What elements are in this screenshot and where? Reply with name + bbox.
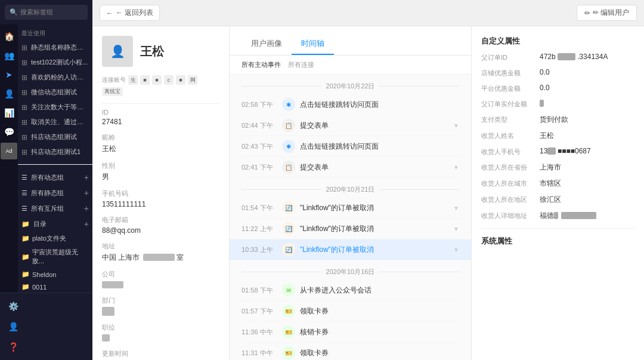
back-arrow-icon: ←	[106, 9, 113, 17]
settings-icon[interactable]: ⚙️	[5, 298, 21, 315]
timeline-item[interactable]: 11:36 中午 🎫 核销卡券	[242, 322, 459, 343]
company-blur: ■■ ■■■	[102, 281, 123, 288]
offline-badge: 离线宝	[102, 87, 123, 96]
sidebar-item-cancel[interactable]: ⊞取消关注、通过扫...	[18, 115, 92, 130]
sidebar-menu: 最近使用 ⊞静态组名称静态组... ⊞test1022测试小程... ⊞喜欢奶粉…	[18, 24, 92, 293]
prop-val: 上海市	[540, 162, 634, 173]
timeline-item[interactable]: 11:22 上午 🔄 "Linkflow"的订单被取消 ▼	[242, 219, 459, 239]
sidebar-item-test[interactable]: ⊞test1022测试小程...	[18, 55, 92, 70]
sidebar-all-static[interactable]: ☰所有静态组+	[18, 185, 92, 201]
profile-icon[interactable]: 👤	[5, 318, 21, 335]
sidebar-item-follow[interactable]: ⊞关注次数大于等于1...	[18, 100, 92, 115]
sidebar-folder-universe[interactable]: 📁宇宙洪荒超级无敌...	[18, 245, 92, 268]
nav-arrow[interactable]: ➤	[1, 66, 17, 83]
gender-value: 男	[102, 172, 219, 182]
nav-ad[interactable]: Ad	[1, 143, 17, 159]
prop-key: 收货人姓名	[481, 131, 535, 140]
sub-tab-connect[interactable]: 所有连接	[288, 60, 314, 69]
tab-profile[interactable]: 用户画像	[242, 33, 292, 55]
sub-tab-bar: 所有主动事件 所有连接	[230, 56, 471, 75]
nav-chart[interactable]: 📊	[1, 104, 17, 121]
dept-value: ■ 官	[102, 307, 219, 316]
dept-label: 部门	[102, 296, 219, 305]
nickname-label: 昵称	[102, 133, 219, 142]
sidebar-folder-sheldon[interactable]: 📁Sheldon	[18, 268, 92, 281]
sidebar-item-douyin2[interactable]: ⊞抖店动态组测试1	[18, 144, 92, 159]
help-icon[interactable]: ❓	[5, 339, 21, 355]
date-label-3: 2020年10月16日	[326, 267, 375, 276]
nav-home[interactable]: 🏠	[1, 28, 17, 45]
system-props-title: 系统属性	[481, 236, 634, 247]
prop-key: 父订单ID	[481, 53, 535, 62]
prop-row-province: 收货人所在省份 上海市	[481, 162, 634, 173]
expand-icon: ▼	[453, 164, 459, 171]
timeline-item[interactable]: 02:41 下午 📋 提交表单 ▼	[242, 157, 459, 178]
timeline-item[interactable]: 11:31 中午 🎫 领取卡券	[242, 343, 459, 360]
connect-icon-1: 生	[128, 75, 138, 85]
sidebar-item-static1[interactable]: ⊞静态组名称静态组...	[18, 40, 92, 55]
gender-label: 性别	[102, 161, 219, 170]
timeline-item[interactable]: 02:43 下午 ✱ 点击短链接跳转访问页面	[242, 136, 459, 157]
expand-icon: ▼	[453, 247, 459, 253]
connect-icon-6: 网	[188, 75, 197, 85]
timeline-item[interactable]: 01:57 下午 🎫 领取卡券	[242, 301, 459, 322]
user-profile-panel: 👤 王松 连接账号 生 ■ ■ c ■ 网 离线宝 ID 27481 昵称 王松	[92, 26, 230, 360]
prop-row-receiver-phone: 收货人手机号 13■■ ■■■■0687	[481, 147, 634, 156]
company-label: 公司	[102, 270, 219, 279]
nav-message[interactable]: 💬	[1, 124, 17, 140]
phone-label: 手机号码	[102, 189, 219, 198]
sidebar-item-douyin1[interactable]: ⊞抖店动态组测试	[18, 130, 92, 144]
search-bar[interactable]: 🔍 搜索标签组	[5, 5, 88, 20]
tab-timeline[interactable]: 时间轴	[292, 33, 334, 55]
timeline-item-highlighted[interactable]: 10:33 上午 🔄 "Linkflow"的订单被取消 ▼	[230, 239, 471, 260]
prop-row-district: 收货人所在地区 徐汇区	[481, 195, 634, 205]
prop-key: 收货人详细地址	[481, 211, 535, 220]
sidebar-item-milk[interactable]: ⊞喜欢奶粉的人访问昵...	[18, 70, 92, 85]
event-icon: ✱	[282, 98, 295, 111]
right-panel: 自定义属性 父订单ID 472b ■■ ■■ .334134A 店铺优惠金额 0…	[471, 26, 644, 360]
prop-row-shop-discount: 店铺优惠金额 0.0	[481, 68, 634, 78]
email-value: 88@qq.com	[102, 226, 219, 235]
address-blur: ■■■■■■■■	[143, 254, 175, 261]
prop-val: 472b ■■ ■■ .334134A	[540, 53, 634, 61]
prop-val: 0.0	[540, 84, 634, 92]
avatar: 👤	[102, 36, 133, 67]
prop-key: 收货人手机号	[481, 147, 535, 156]
sidebar-all-dynamic[interactable]: ☰所有动态组+	[18, 170, 92, 185]
nav-users[interactable]: 👥	[1, 47, 17, 64]
field-position: 职位 ■■	[102, 323, 219, 342]
sidebar-folder-plato[interactable]: 📁plato文件夹	[18, 232, 92, 245]
date-divider-3: 2020年10月16日	[242, 260, 459, 280]
sub-tab-events[interactable]: 所有主动事件	[242, 60, 281, 69]
prop-key: 收货人所在地区	[481, 195, 535, 204]
company-value: ■■ ■■■	[102, 281, 219, 289]
connect-label: 连接账号	[102, 76, 126, 84]
field-dept: 部门 ■ 官	[102, 296, 219, 316]
prop-key: 收货人所在省份	[481, 162, 535, 172]
date-label-1: 2020年10月22日	[326, 82, 375, 91]
sidebar-folder-0011[interactable]: 📁0011	[18, 281, 92, 293]
field-email: 电子邮箱 88@qq.com	[102, 216, 219, 235]
user-name: 王松	[140, 44, 164, 60]
prop-key: 店铺优惠金额	[481, 68, 535, 78]
date-divider-2: 2020年10月21日	[242, 178, 459, 198]
event-icon: 📋	[282, 161, 295, 174]
prop-key: 平台优惠金额	[481, 84, 535, 93]
sidebar: 🔍 搜索标签组 🏠 👥 ➤ 👤 📊 💬 Ad 最近使用 ⊞静态组名称静态组...…	[0, 0, 92, 360]
back-button[interactable]: ← ← 返回列表	[100, 5, 160, 21]
timeline-item[interactable]: 01:54 下午 🔄 "Linkflow"的订单被取消 ▼	[242, 198, 459, 219]
timeline-item[interactable]: 02:58 下午 ✱ 点击短链接跳转访问页面	[242, 94, 459, 115]
sidebar-all-mutex[interactable]: ☰所有互斥组+	[18, 201, 92, 216]
timeline-item[interactable]: 02:44 下午 📋 提交表单 ▼	[242, 115, 459, 136]
sidebar-item-wechat[interactable]: ⊞微信动态组测试	[18, 85, 92, 100]
topbar: ← ← 返回列表 ✏ ✏ 编辑用户	[92, 0, 644, 26]
nickname-value: 王松	[102, 144, 219, 154]
field-nickname: 昵称 王松	[102, 133, 219, 154]
nav-person[interactable]: 👤	[1, 85, 17, 102]
timeline-item[interactable]: 01:58 下午 ✉ 从卡券进入公众号会话	[242, 280, 459, 301]
sidebar-directory[interactable]: 📁目录+	[18, 216, 92, 232]
edit-button[interactable]: ✏ ✏ 编辑用户	[577, 5, 637, 21]
id-label: ID	[102, 109, 219, 116]
position-label: 职位	[102, 323, 219, 332]
event-icon: 🎫	[282, 325, 295, 339]
